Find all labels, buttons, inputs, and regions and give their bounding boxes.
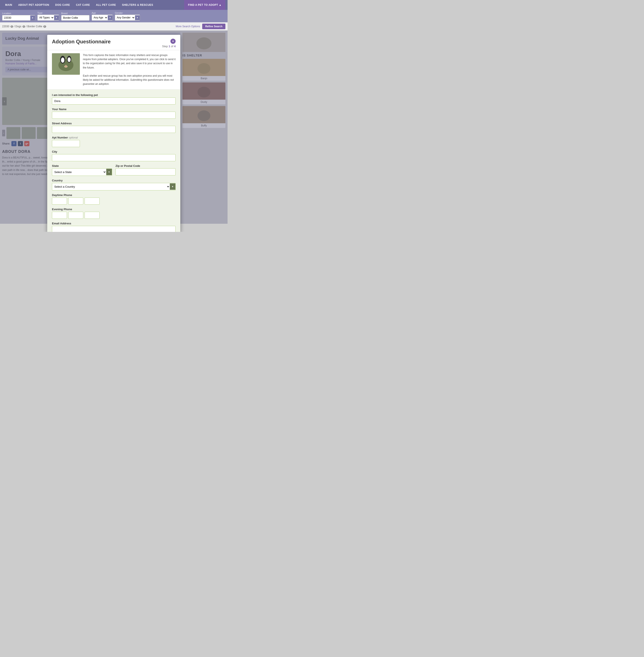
daytime-phone-line[interactable] — [85, 198, 99, 205]
type-select[interactable]: All Types Dogs Cats — [38, 15, 54, 20]
age-input-wrap: Any Age Young Adult Senior ▾ — [92, 15, 113, 21]
svg-point-18 — [65, 65, 67, 67]
country-select-arrow[interactable]: ▾ — [170, 183, 176, 190]
modal-overlay: Adoption Questionnaire × Step 1 of 4 — [0, 30, 228, 224]
modal-intro: This form captures the basic information… — [47, 50, 180, 90]
nav-item-dog-care[interactable]: DOG CARE — [52, 0, 73, 10]
evening-phone-row — [52, 212, 176, 219]
state-select[interactable]: Select a State Virginia Maryland Califor… — [52, 168, 106, 176]
daytime-phone-area[interactable] — [52, 198, 67, 205]
location-input[interactable] — [2, 15, 30, 20]
pet-interest-group: I am interested in the following pet — [52, 93, 176, 105]
modal-intro-para1: This form captures the basic information… — [83, 53, 176, 70]
location-label: Location — [2, 12, 35, 15]
city-input[interactable] — [52, 154, 176, 161]
zip-group: Zip or Postal Code — [115, 164, 176, 176]
country-group: Country Select a Country United States C… — [52, 179, 176, 190]
zip-input[interactable] — [115, 168, 176, 176]
nav-bar: MAIN ABOUT PET ADOPTION DOG CARE CAT CAR… — [0, 0, 228, 10]
breed-input[interactable] — [62, 15, 89, 20]
nav-item-cat-care[interactable]: CAT CARE — [73, 0, 93, 10]
modal-pet-image — [52, 53, 80, 75]
location-dropdown-arrow[interactable]: ▾ — [30, 16, 35, 20]
evening-phone-group: Evening Phone — [52, 208, 176, 219]
refine-search-button[interactable]: Refine Search — [202, 24, 225, 29]
breadcrumb-tag-breed: Border Collie — [27, 25, 43, 28]
modal-title: Adoption Questionnaire — [52, 39, 111, 45]
evening-phone-label: Evening Phone — [52, 208, 176, 211]
state-group: State Select a State Virginia Maryland C… — [52, 164, 112, 176]
apt-number-input[interactable] — [52, 140, 80, 147]
modal-close-button[interactable]: × — [170, 39, 176, 44]
modal-pet-svg — [52, 53, 80, 75]
search-bar: Location ▾ Type All Types Dogs Cats ▾ Br… — [0, 10, 228, 22]
type-field: Type All Types Dogs Cats ▾ — [37, 12, 59, 21]
step-current: 1 — [168, 45, 170, 48]
gender-field: Gender Any Gender Male Female ▾ — [115, 12, 140, 21]
evening-phone-line[interactable] — [85, 212, 99, 219]
street-address-input[interactable] — [52, 126, 176, 133]
age-field: Age Any Age Young Adult Senior ▾ — [92, 12, 113, 21]
main-content: Lucky Dog Animal Next › Dora Border Coll… — [0, 30, 228, 224]
age-label: Age — [92, 12, 113, 14]
step-total: 4 — [174, 45, 176, 48]
your-name-group: Your Name — [52, 108, 176, 119]
remove-location-tag[interactable]: X — [10, 25, 13, 28]
apt-optional-tag: optional — [69, 136, 78, 139]
gender-label: Gender — [115, 12, 140, 14]
pet-interest-input[interactable] — [52, 97, 176, 105]
type-input-wrap: All Types Dogs Cats ▾ — [37, 15, 59, 21]
modal-step-indicator: Step 1 of 4 — [162, 45, 176, 48]
location-field: Location ▾ — [2, 12, 35, 21]
more-search-options-link[interactable]: More Search Options — [176, 25, 200, 28]
country-label: Country — [52, 179, 176, 182]
nav-find-pet-button[interactable]: FIND A PET TO ADOPT ▲ — [184, 0, 225, 10]
country-select-wrap: Select a Country United States Canada Un… — [52, 183, 176, 190]
apt-number-group: Apt Number optional — [52, 136, 176, 147]
evening-phone-prefix[interactable] — [68, 212, 83, 219]
step-of-text: of — [171, 45, 173, 48]
state-select-wrap: Select a State Virginia Maryland Califor… — [52, 168, 112, 176]
svg-point-15 — [61, 58, 64, 63]
gender-select[interactable]: Any Gender Male Female — [115, 15, 135, 20]
remove-breed-tag[interactable]: X — [43, 25, 46, 28]
breadcrumb-right: More Search Options Refine Search — [176, 24, 225, 29]
evening-phone-area[interactable] — [52, 212, 67, 219]
nav-item-about[interactable]: ABOUT PET ADOPTION — [15, 0, 52, 10]
daytime-phone-prefix[interactable] — [68, 198, 83, 205]
remove-type-tag[interactable]: X — [23, 25, 25, 28]
nav-item-main[interactable]: MAIN — [2, 0, 15, 10]
gender-dropdown-arrow[interactable]: ▾ — [135, 15, 140, 20]
type-label: Type — [37, 12, 59, 14]
pet-interest-label: I am interested in the following pet — [52, 93, 176, 97]
age-select[interactable]: Any Age Young Adult Senior — [92, 15, 108, 20]
state-select-arrow[interactable]: ▾ — [106, 169, 112, 175]
gender-input-wrap: Any Gender Male Female ▾ — [115, 15, 140, 21]
breadcrumb-tag-location: 22030 — [2, 25, 10, 28]
breed-field: Breed — [61, 12, 90, 21]
city-group: City — [52, 150, 176, 161]
email-input[interactable] — [52, 226, 176, 232]
location-input-wrap: ▾ — [2, 15, 35, 21]
breadcrumb-tag-type: Dogs — [15, 25, 22, 28]
your-name-label: Your Name — [52, 108, 176, 111]
type-dropdown-arrow[interactable]: ▾ — [54, 15, 59, 20]
street-address-label: Street Address — [52, 122, 176, 125]
nav-item-shelters[interactable]: SHELTERS & RESCUES — [119, 0, 156, 10]
daytime-phone-row — [52, 198, 176, 205]
street-address-group: Street Address — [52, 122, 176, 133]
breed-input-wrap — [61, 15, 90, 21]
modal-header: Adoption Questionnaire × Step 1 of 4 — [47, 35, 180, 50]
country-select[interactable]: Select a Country United States Canada Un… — [52, 183, 170, 190]
daytime-phone-label: Daytime Phone — [52, 194, 176, 197]
modal-header-right: × Step 1 of 4 — [162, 39, 176, 48]
breadcrumb-row: 22030 X / Dogs X / Border Collie X More … — [0, 22, 228, 30]
nav-item-all-pet-care[interactable]: ALL PET CARE — [93, 0, 119, 10]
daytime-phone-group: Daytime Phone — [52, 194, 176, 205]
your-name-input[interactable] — [52, 112, 176, 119]
age-dropdown-arrow[interactable]: ▾ — [108, 15, 113, 20]
city-label: City — [52, 150, 176, 153]
modal-intro-text-block: This form captures the basic information… — [83, 53, 176, 86]
adoption-questionnaire-modal: Adoption Questionnaire × Step 1 of 4 — [47, 35, 180, 232]
zip-label: Zip or Postal Code — [115, 164, 176, 167]
